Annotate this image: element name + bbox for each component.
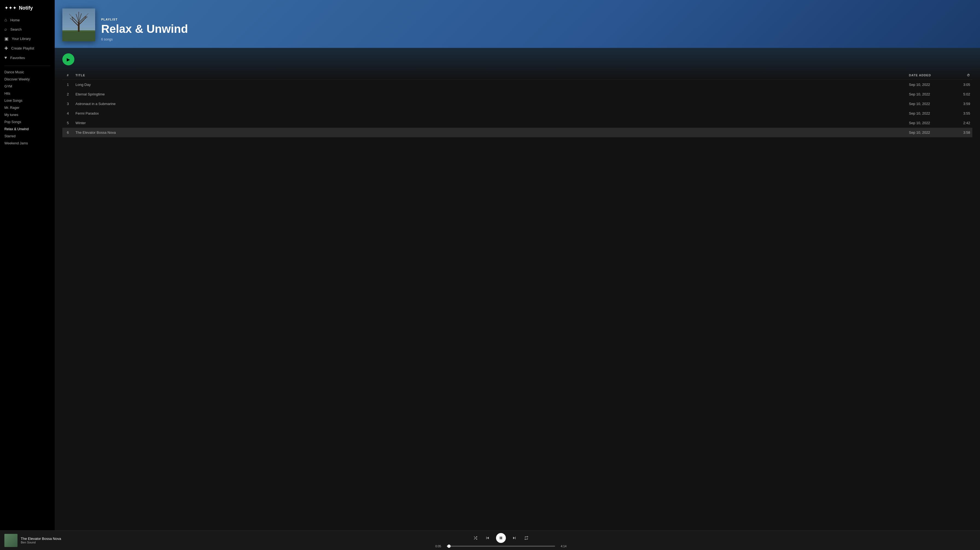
search-label: Search <box>10 27 22 32</box>
col-header-duration: ⏱ <box>950 72 972 80</box>
logo-text: Notify <box>19 5 33 11</box>
main-content: PLAYLIST Relax & Unwind 6 songs ▶ # TITL… <box>55 0 980 530</box>
table-row[interactable]: 1 Long Day Sep 10, 2022 3:05 <box>62 80 972 90</box>
track-duration: 3:55 <box>950 108 972 118</box>
sidebar-playlist-mr-rager[interactable]: Mr. Rager <box>0 104 55 111</box>
track-date-added: Sep 10, 2022 <box>907 80 950 90</box>
logo: ✦✦✦ Notify <box>0 0 55 14</box>
nav-divider <box>5 65 50 66</box>
progress-fill <box>447 546 449 547</box>
player-controls <box>472 533 530 543</box>
repeat-button[interactable] <box>523 534 530 542</box>
create-playlist-label: Create Playlist <box>11 46 34 50</box>
sidebar-nav-home[interactable]: ⌂Home <box>0 15 55 25</box>
sidebar-playlist-love-songs[interactable]: Love Songs <box>0 97 55 104</box>
sidebar-playlist-dance-music[interactable]: Dance Music <box>0 69 55 76</box>
track-number: 3 <box>62 99 73 108</box>
track-number: 6 <box>62 128 73 137</box>
playlist-cover <box>62 8 95 41</box>
search-icon: ⌕ <box>5 27 7 32</box>
player-bar: The Elevator Bossa Nova Ben Sound <box>0 530 980 550</box>
track-title: Fermi Paradox <box>73 108 907 118</box>
track-date-added: Sep 10, 2022 <box>907 108 950 118</box>
now-playing-thumbnail <box>5 534 18 547</box>
content-area: ▶ # TITLE DATE ADDED ⏱ 1 Long Day Sep 10… <box>55 48 980 530</box>
table-row[interactable]: 4 Fermi Paradox Sep 10, 2022 3:55 <box>62 108 972 118</box>
sidebar-playlist-discover-weekly[interactable]: Discover Weekly <box>0 76 55 83</box>
table-row[interactable]: 5 Winter Sep 10, 2022 2:42 <box>62 118 972 128</box>
track-title: Eternal Springtime <box>73 89 907 99</box>
table-row[interactable]: 3 Astronaut in a Submarine Sep 10, 2022 … <box>62 99 972 108</box>
library-icon: ▣ <box>5 36 8 41</box>
track-number: 5 <box>62 118 73 128</box>
track-table: # TITLE DATE ADDED ⏱ 1 Long Day Sep 10, … <box>62 72 972 137</box>
playlist-type-label: PLAYLIST <box>101 18 972 21</box>
sidebar-nav-favorites[interactable]: ♥Favorites <box>0 53 55 62</box>
sidebar-playlist-hits[interactable]: Hits <box>0 90 55 97</box>
track-duration: 3:58 <box>950 128 972 137</box>
sidebar-playlist-weekend-jams[interactable]: Weekend Jams <box>0 140 55 147</box>
play-button[interactable]: ▶ <box>62 53 75 65</box>
svg-rect-1 <box>62 30 95 41</box>
now-playing-title: The Elevator Bossa Nova <box>21 537 65 541</box>
playlist-title: Relax & Unwind <box>101 23 972 35</box>
favorites-icon: ♥ <box>5 55 7 60</box>
sidebar-playlist-gym[interactable]: GYM <box>0 83 55 90</box>
track-number: 1 <box>62 80 73 90</box>
now-playing: The Elevator Bossa Nova Ben Sound <box>5 534 65 547</box>
time-current: 0:05 <box>435 545 444 548</box>
playlist-cover-image <box>62 8 95 41</box>
sidebar-playlist-pop-songs[interactable]: Pop Songs <box>0 118 55 126</box>
home-label: Home <box>10 18 20 22</box>
track-date-added: Sep 10, 2022 <box>907 89 950 99</box>
main-nav: ⌂Home⌕Search▣Your Library✚Create Playlis… <box>0 14 55 64</box>
favorites-label: Favorites <box>10 56 25 60</box>
progress-bar[interactable] <box>447 546 555 547</box>
play-controls: ▶ <box>62 53 972 65</box>
track-title: Long Day <box>73 80 907 90</box>
previous-button[interactable] <box>484 534 491 542</box>
time-total: 4:14 <box>558 545 566 548</box>
track-number: 4 <box>62 108 73 118</box>
table-row[interactable]: 6 The Elevator Bossa Nova Sep 10, 2022 3… <box>62 128 972 137</box>
playlist-song-count: 6 songs <box>101 37 972 41</box>
track-title: Astronaut in a Submarine <box>73 99 907 108</box>
library-label: Your Library <box>12 37 31 41</box>
col-header-number: # <box>62 72 73 80</box>
pause-button[interactable] <box>496 533 506 543</box>
track-duration: 3:59 <box>950 99 972 108</box>
track-duration: 3:05 <box>950 80 972 90</box>
shuffle-button[interactable] <box>472 534 479 542</box>
track-date-added: Sep 10, 2022 <box>907 118 950 128</box>
track-duration: 5:02 <box>950 89 972 99</box>
track-number: 2 <box>62 89 73 99</box>
track-duration: 2:42 <box>950 118 972 128</box>
track-date-added: Sep 10, 2022 <box>907 128 950 137</box>
table-row[interactable]: 2 Eternal Springtime Sep 10, 2022 5:02 <box>62 89 972 99</box>
track-date-added: Sep 10, 2022 <box>907 99 950 108</box>
home-icon: ⌂ <box>5 18 7 22</box>
sidebar-nav-search[interactable]: ⌕Search <box>0 25 55 34</box>
playlist-header: PLAYLIST Relax & Unwind 6 songs <box>55 0 980 48</box>
logo-icon: ✦✦✦ <box>5 5 17 11</box>
next-button[interactable] <box>511 534 518 542</box>
track-title: Winter <box>73 118 907 128</box>
track-title: The Elevator Bossa Nova <box>73 128 907 137</box>
col-header-date: DATE ADDED <box>907 72 950 80</box>
sidebar-playlist-my-tunes[interactable]: My tunes <box>0 111 55 118</box>
sidebar-nav-library[interactable]: ▣Your Library <box>0 34 55 43</box>
now-playing-info: The Elevator Bossa Nova Ben Sound <box>21 537 65 544</box>
playlist-list: Dance MusicDiscover WeeklyGYMHitsLove So… <box>0 67 55 148</box>
table-header-row: # TITLE DATE ADDED ⏱ <box>62 72 972 80</box>
sidebar: ✦✦✦ Notify ⌂Home⌕Search▣Your Library✚Cre… <box>0 0 55 530</box>
progress-thumb <box>447 545 450 548</box>
svg-rect-4 <box>78 22 80 32</box>
playlist-info: PLAYLIST Relax & Unwind 6 songs <box>101 18 972 41</box>
progress-row: 0:05 4:14 <box>435 545 566 548</box>
player-center: 0:05 4:14 <box>69 533 933 548</box>
create-playlist-icon: ✚ <box>5 46 8 51</box>
sidebar-playlist-relax-unwind[interactable]: Relax & Unwind <box>0 126 55 132</box>
sidebar-playlist-starred[interactable]: Starred <box>0 132 55 140</box>
col-header-title: TITLE <box>73 72 907 80</box>
sidebar-nav-create-playlist[interactable]: ✚Create Playlist <box>0 43 55 53</box>
